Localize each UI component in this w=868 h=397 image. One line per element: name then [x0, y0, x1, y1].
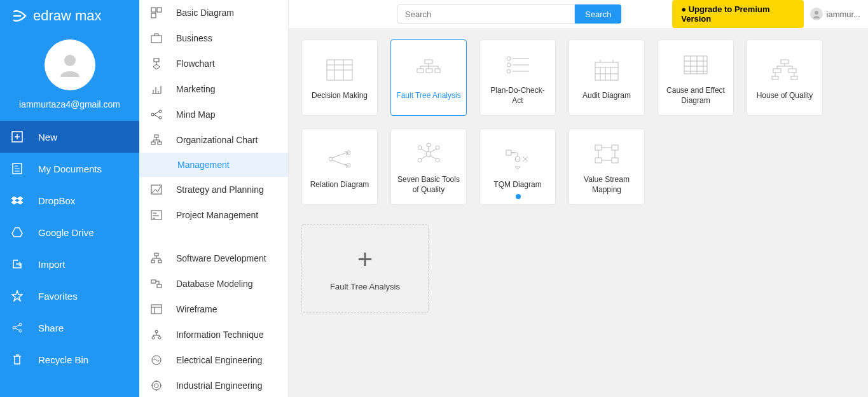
cat-orgchart[interactable]: Organizational Chart [139, 127, 288, 153]
svg-rect-42 [781, 60, 789, 64]
svg-rect-7 [157, 8, 162, 12]
cat-management[interactable]: Management [139, 153, 288, 177]
nav-gdrive[interactable]: Google Drive [0, 216, 139, 248]
cat-business-label: Business [176, 33, 212, 43]
cat-marketing[interactable]: Marketing [139, 76, 288, 102]
cat-dbmodel-label: Database Modeling [176, 279, 253, 289]
nav-dropbox[interactable]: DropBox [0, 185, 139, 216]
cat-business[interactable]: Business [139, 25, 288, 51]
svg-point-38 [507, 63, 511, 67]
template-vsm[interactable]: Value Stream Mapping [568, 129, 645, 205]
topbar: Search ● Upgrade to Premium Version iamm… [289, 0, 868, 28]
cat-strategy-label: Strategy and Planning [176, 185, 264, 195]
template-decision-making[interactable]: Decision Making [301, 39, 378, 116]
svg-rect-46 [791, 76, 797, 80]
svg-rect-33 [425, 60, 432, 64]
app-logo: edraw max [0, 0, 139, 32]
svg-point-26 [152, 337, 155, 339]
template-label: Cause and Effect Diagram [663, 86, 728, 106]
template-seven-tools[interactable]: Seven Basic Tools of Quality [390, 129, 467, 205]
cat-flowchart[interactable]: Flowchart [139, 51, 288, 76]
cat-industrial-label: Industrial Engineering [176, 380, 262, 391]
profile-email: iammurtaza4@gmail.com [19, 99, 120, 109]
svg-rect-44 [789, 69, 796, 73]
svg-point-12 [159, 110, 162, 113]
logo-icon [11, 8, 28, 24]
chart-icon [151, 83, 162, 95]
svg-rect-61 [612, 158, 618, 163]
svg-rect-17 [151, 185, 162, 194]
orgchart-icon [151, 134, 162, 146]
fishbone-icon [682, 53, 710, 76]
cat-wireframe[interactable]: Wireframe [139, 296, 288, 322]
svg-point-37 [507, 57, 511, 60]
svg-rect-34 [417, 69, 424, 73]
search-input[interactable] [397, 4, 575, 24]
nav-mydocs[interactable]: My Documents [0, 153, 139, 185]
nav-recycle[interactable]: Recycle Bin [0, 344, 139, 375]
user-menu[interactable]: iammur... [810, 8, 860, 20]
svg-rect-19 [155, 253, 158, 256]
table-icon [326, 59, 354, 81]
database-icon [151, 278, 162, 289]
user-name: iammur... [827, 10, 860, 19]
create-new-button[interactable]: + Fault Tree Analysis [301, 224, 429, 313]
svg-point-39 [507, 69, 511, 73]
svg-point-13 [159, 116, 162, 119]
cat-infotech[interactable]: Information Technique [139, 322, 288, 347]
template-pdca[interactable]: Plan-Do-Check-Act [479, 39, 556, 116]
template-relation[interactable]: Relation Diagram [301, 129, 378, 205]
cat-electrical-label: Electrical Engineering [176, 355, 262, 365]
cat-softdev[interactable]: Software Development [139, 246, 288, 271]
hierarchy-icon [771, 59, 799, 81]
template-house-quality[interactable]: House of Quality [747, 39, 823, 116]
svg-rect-60 [595, 158, 602, 163]
template-label: Decision Making [312, 91, 368, 101]
calendar-icon [593, 59, 621, 81]
cat-mindmap[interactable]: Mind Map [139, 102, 288, 127]
nav-share[interactable]: Share [0, 312, 139, 344]
app-name: edraw max [33, 8, 102, 24]
main-area: Search ● Upgrade to Premium Version iamm… [289, 0, 868, 397]
cat-strategy[interactable]: Strategy and Planning [139, 177, 288, 202]
svg-point-27 [158, 337, 161, 339]
briefcase-icon [151, 32, 162, 44]
search-button[interactable]: Search [575, 4, 621, 24]
nav-favorites[interactable]: Favorites [0, 280, 139, 312]
cat-projmgmt-label: Project Management [176, 210, 258, 220]
cat-industrial[interactable]: Industrial Engineering [139, 373, 288, 397]
template-label: TQM Diagram [493, 180, 541, 190]
cat-projmgmt[interactable]: Project Management [139, 202, 288, 228]
svg-point-4 [19, 323, 22, 326]
svg-rect-10 [154, 59, 159, 62]
nav-mydocs-label: My Documents [38, 164, 102, 174]
svg-point-5 [19, 330, 22, 332]
svg-rect-14 [155, 135, 158, 137]
plus-box-icon [11, 131, 23, 143]
svg-rect-45 [772, 76, 778, 80]
template-label: Audit Diagram [582, 91, 631, 101]
svg-rect-59 [612, 145, 618, 150]
content: Decision Making Fault Tree Analysis Plan… [289, 28, 868, 397]
template-fault-tree[interactable]: Fault Tree Analysis [390, 39, 467, 116]
template-audit[interactable]: Audit Diagram [568, 39, 645, 116]
electrical-icon [151, 354, 162, 366]
svg-rect-40 [595, 62, 618, 80]
softdev-icon [151, 253, 162, 264]
svg-rect-24 [151, 305, 162, 314]
template-cause-effect[interactable]: Cause and Effect Diagram [658, 39, 734, 116]
nav-recycle-label: Recycle Bin [38, 354, 88, 365]
cat-dbmodel[interactable]: Database Modeling [139, 271, 288, 296]
template-label: Fault Tree Analysis [396, 91, 460, 101]
svg-rect-20 [151, 260, 155, 263]
create-label: Fault Tree Analysis [330, 282, 400, 291]
avatar[interactable] [45, 39, 95, 90]
cat-electrical[interactable]: Electrical Engineering [139, 347, 288, 373]
share-icon [11, 322, 23, 333]
upgrade-button[interactable]: ● Upgrade to Premium Version [672, 0, 803, 28]
nav-new[interactable]: New [0, 121, 139, 153]
nav-gdrive-label: Google Drive [38, 227, 94, 238]
cat-basic[interactable]: Basic Diagram [139, 0, 288, 25]
nav-import[interactable]: Import [0, 248, 139, 280]
template-tqm[interactable]: TQM Diagram [479, 129, 556, 205]
